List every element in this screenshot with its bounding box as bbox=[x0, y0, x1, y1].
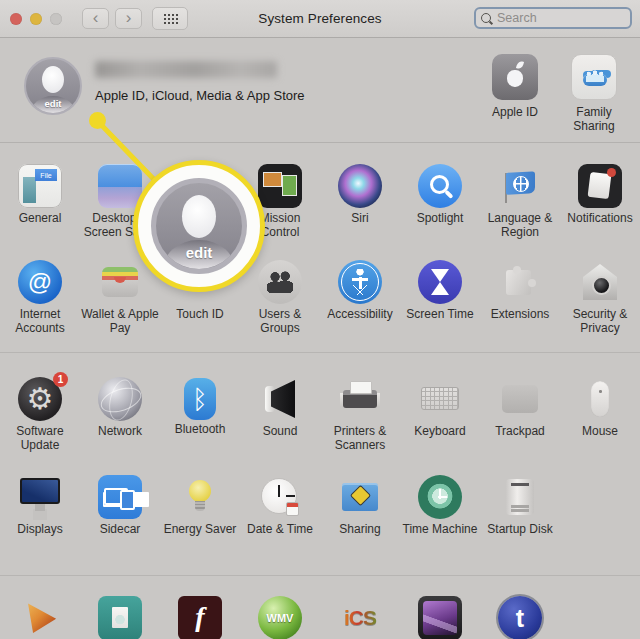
tile-wallet[interactable]: Wallet & Apple Pay bbox=[80, 260, 160, 336]
tile-time-machine[interactable]: Time Machine bbox=[400, 475, 480, 551]
tile-software-update[interactable]: 1Software Update bbox=[0, 377, 80, 453]
icon-glyph: File bbox=[35, 169, 57, 181]
family-cloud-icon bbox=[571, 54, 617, 100]
tile-mouse[interactable]: Mouse bbox=[560, 377, 640, 453]
zoom-button[interactable] bbox=[50, 13, 62, 25]
tile-label: Notifications bbox=[560, 211, 640, 225]
tile-spotlight[interactable]: Spotlight bbox=[400, 164, 480, 240]
chevron-right-icon: › bbox=[126, 9, 132, 26]
account-name-redacted bbox=[95, 61, 277, 78]
tile-label: Apple ID bbox=[483, 105, 547, 119]
tile-date-time[interactable]: Date & Time bbox=[240, 475, 320, 551]
update-count-badge: 1 bbox=[53, 372, 68, 387]
close-button[interactable] bbox=[10, 13, 22, 25]
monitor-icon bbox=[18, 475, 62, 519]
tile-label: Date & Time bbox=[240, 522, 320, 536]
account-subtitle: Apple ID, iCloud, Media & App Store bbox=[95, 88, 305, 103]
forward-button[interactable]: › bbox=[115, 8, 142, 29]
magnifier-icon bbox=[418, 164, 462, 208]
show-all-button[interactable] bbox=[152, 7, 188, 30]
at-sign-icon: @ bbox=[18, 260, 62, 304]
tile-screens-connect[interactable]: Screens Connect bbox=[400, 596, 480, 639]
tile-language[interactable]: Language & Region bbox=[480, 164, 560, 240]
tile-label: Trackpad bbox=[480, 424, 560, 438]
globe-icon bbox=[98, 377, 142, 421]
tile-ichatstatus[interactable]: iCSiChatStatus bbox=[320, 596, 400, 639]
tile-textexpander[interactable]: tTextExpander bbox=[480, 596, 560, 639]
tile-startup-disk[interactable]: Startup Disk bbox=[480, 475, 560, 551]
tile-extensions[interactable]: Extensions bbox=[480, 260, 560, 336]
time-machine-clock-icon bbox=[418, 475, 462, 519]
tile-3ivx[interactable]: 3ivx MPEG-4 bbox=[0, 596, 80, 639]
tile-keyboard[interactable]: Keyboard bbox=[400, 377, 480, 453]
search-input[interactable] bbox=[495, 10, 625, 26]
prefs-grid-section-2: 1Software UpdateNetworkᛒBluetoothSoundPr… bbox=[0, 353, 640, 576]
titlebar: ‹ › System Preferences bbox=[0, 0, 640, 38]
letter-t-icon: t bbox=[498, 596, 542, 639]
notification-badge-icon bbox=[578, 164, 622, 208]
tile-notifications[interactable]: Notifications bbox=[560, 164, 640, 240]
gear-icon: 1 bbox=[18, 377, 62, 421]
tile-general[interactable]: FileGeneral bbox=[0, 164, 80, 240]
clock-calendar-icon bbox=[258, 475, 302, 519]
tile-screen-time[interactable]: Screen Time bbox=[400, 260, 480, 336]
icon-glyph: @ bbox=[18, 260, 62, 304]
tile-security[interactable]: Security & Privacy bbox=[560, 260, 640, 336]
tile-internet-accounts[interactable]: @Internet Accounts bbox=[0, 260, 80, 336]
minimize-button[interactable] bbox=[30, 13, 42, 25]
tile-energy-saver[interactable]: Energy Saver bbox=[160, 475, 240, 551]
tile-label: Sidecar bbox=[80, 522, 160, 536]
account-avatar-edit-button[interactable]: edit bbox=[24, 57, 82, 115]
document-icon bbox=[98, 596, 142, 639]
callout-magnifier-circle: edit bbox=[133, 160, 265, 292]
tile-bluetooth[interactable]: ᛒBluetooth bbox=[160, 377, 240, 453]
tile-sidecar[interactable]: Sidecar bbox=[80, 475, 160, 551]
tile-label: General bbox=[0, 211, 80, 225]
tile-version-cue[interactable]: Version Cue CS3 bbox=[80, 596, 160, 639]
tile-flash[interactable]: fFlash Player bbox=[160, 596, 240, 639]
avatar-silhouette-icon bbox=[182, 195, 216, 238]
icon-glyph: WMV bbox=[258, 596, 302, 639]
accessibility-figure-icon bbox=[338, 260, 382, 304]
tile-accessibility[interactable]: Accessibility bbox=[320, 260, 400, 336]
tile-displays[interactable]: Displays bbox=[0, 475, 80, 551]
tile-users[interactable]: Users & Groups bbox=[240, 260, 320, 336]
tile-label: Security & Privacy bbox=[560, 307, 640, 335]
ichat-letters-icon: iCS bbox=[338, 596, 382, 639]
tile-siri[interactable]: Siri bbox=[320, 164, 400, 240]
two-users-icon bbox=[258, 260, 302, 304]
tile-printers[interactable]: Printers & Scanners bbox=[320, 377, 400, 453]
mouse-icon bbox=[578, 377, 622, 421]
magnified-avatar-edit-button: edit bbox=[151, 178, 247, 274]
disk-drive-icon bbox=[498, 475, 542, 519]
back-button[interactable]: ‹ bbox=[82, 8, 109, 29]
tile-label: Screen Time bbox=[400, 307, 480, 321]
tile-family-sharing[interactable]: Family Sharing bbox=[562, 54, 626, 133]
siri-orb-icon bbox=[338, 164, 382, 208]
house-lock-icon bbox=[578, 260, 622, 304]
tile-flip4mac[interactable]: WMVFlip4Mac WMV bbox=[240, 596, 320, 639]
avatar-silhouette-icon bbox=[42, 66, 64, 93]
edit-label: edit bbox=[186, 244, 213, 273]
flag-globe-icon bbox=[498, 164, 542, 208]
tile-sound[interactable]: Sound bbox=[240, 377, 320, 453]
tile-label: Language & Region bbox=[480, 211, 560, 239]
tile-label: Energy Saver bbox=[160, 522, 240, 536]
tile-label: Startup Disk bbox=[480, 522, 560, 536]
prefs-grid-section-1: FileGeneralDesktop & Screen SaverMission… bbox=[0, 143, 640, 353]
hourglass-icon bbox=[418, 260, 462, 304]
tile-network[interactable]: Network bbox=[80, 377, 160, 453]
tile-apple-id[interactable]: Apple ID bbox=[483, 54, 547, 119]
mission-control-icon bbox=[258, 164, 302, 208]
prefs-grid-section-3: 3ivx MPEG-4Version Cue CS3fFlash PlayerW… bbox=[0, 576, 640, 639]
edit-label: edit bbox=[45, 98, 62, 115]
wallet-cards-icon bbox=[98, 260, 142, 304]
tile-label: Accessibility bbox=[320, 307, 400, 321]
tile-label: Software Update bbox=[0, 424, 80, 452]
keyboard-icon bbox=[418, 377, 462, 421]
search-field[interactable] bbox=[474, 7, 632, 29]
tile-sharing[interactable]: Sharing bbox=[320, 475, 400, 551]
tile-label: Family Sharing bbox=[562, 105, 626, 133]
tile-trackpad[interactable]: Trackpad bbox=[480, 377, 560, 453]
tile-label: Bluetooth bbox=[160, 422, 240, 436]
